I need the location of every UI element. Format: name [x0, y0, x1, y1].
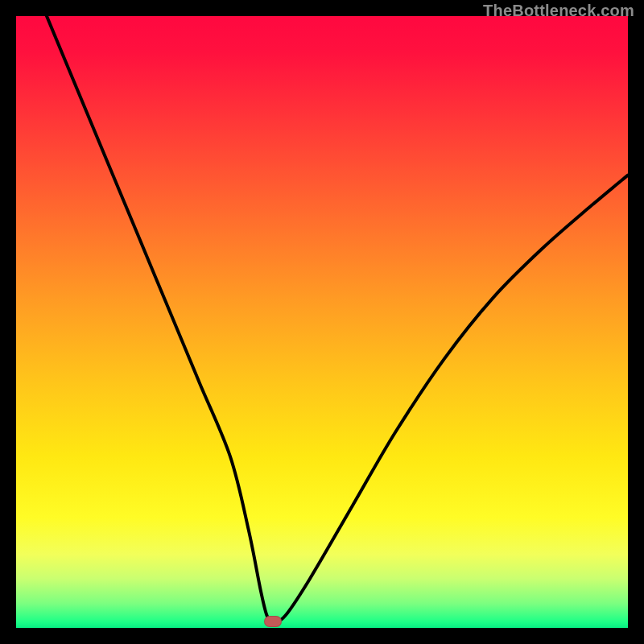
chart-frame: TheBottleneck.com [0, 0, 644, 644]
plot-area [16, 16, 628, 628]
minimum-marker [264, 616, 282, 627]
curve-path [47, 16, 628, 621]
bottleneck-curve [16, 16, 628, 628]
